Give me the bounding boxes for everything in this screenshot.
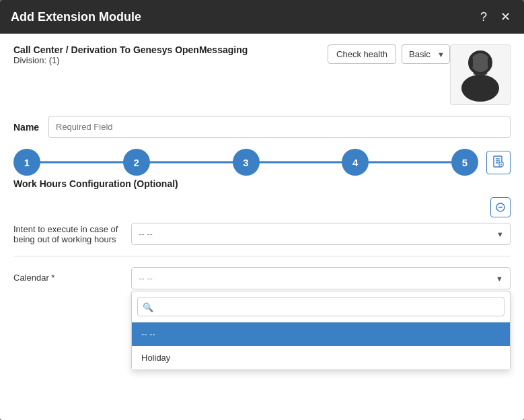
name-label: Name [13,122,40,133]
calendar-dropdown-wrapper: -- -- ▼ -- -- Holiday [131,267,511,289]
svg-point-2 [471,53,490,72]
calendar-select-button[interactable]: -- -- ▼ [131,267,511,289]
dropdown-option-holiday[interactable]: Holiday [132,346,510,370]
step-4[interactable]: 4 [342,149,369,176]
intent-select-wrapper: -- -- [131,223,511,245]
calendar-dropdown-panel: -- -- Holiday [131,291,511,370]
modal: Add Extension Module ? ✕ Call Center / D… [0,0,524,420]
svg-rect-4 [488,57,492,68]
stepper-container: 1 2 3 4 5 [13,149,478,176]
step-2[interactable]: 2 [123,149,150,176]
modal-header: Add Extension Module ? ✕ [0,0,524,34]
doc-btn-wrapper [486,151,511,174]
intent-label: Intent to execute in case of being out o… [13,224,131,244]
top-controls: Check health Basic [328,44,450,64]
calendar-label: Calendar * [13,267,131,283]
step-5[interactable]: 5 [451,149,478,176]
close-button[interactable]: ✕ [498,8,513,26]
help-button[interactable]: ? [478,9,490,26]
name-input[interactable] [48,116,511,138]
close-section-button[interactable] [490,197,511,217]
step-1[interactable]: 1 [13,149,40,176]
stepper-steps: 1 2 3 4 5 [13,149,478,176]
stepper-outer: 1 2 3 4 5 [13,149,511,176]
header-icons: ? ✕ [478,8,513,26]
search-icon-wrapper [137,297,504,316]
top-section: Call Center / Derivation To Genesys Open… [13,44,511,105]
dropdown-option-dash[interactable]: -- -- [132,322,510,346]
section-header [13,197,511,217]
svg-rect-3 [469,57,473,68]
dropdown-search-input[interactable] [137,297,504,316]
divider [13,256,511,256]
intent-row: Intent to execute in case of being out o… [13,223,511,245]
module-info: Call Center / Derivation To Genesys Open… [13,44,328,65]
check-health-button[interactable]: Check health [328,44,396,64]
division-text: Division: (1) [13,55,328,65]
calendar-chevron-icon: ▼ [496,275,503,283]
basic-select-wrapper: Basic [402,44,450,64]
module-title: Call Center / Derivation To Genesys Open… [13,44,328,55]
calendar-row: Calendar * -- -- ▼ -- -- H [13,267,511,289]
doc-button[interactable] [486,151,511,174]
work-hours-section: Work Hours Configuration (Optional) Inte… [13,178,511,289]
svg-rect-5 [475,76,486,83]
step-3[interactable]: 3 [233,149,260,176]
work-hours-title: Work Hours Configuration (Optional) [13,178,511,189]
modal-title: Add Extension Module [11,10,141,24]
name-row: Name [13,116,511,138]
dropdown-search-area [132,291,510,322]
basic-select[interactable]: Basic [402,44,450,64]
modal-body: Call Center / Derivation To Genesys Open… [0,34,524,420]
agent-avatar [450,44,511,105]
intent-select[interactable]: -- -- [131,223,511,245]
